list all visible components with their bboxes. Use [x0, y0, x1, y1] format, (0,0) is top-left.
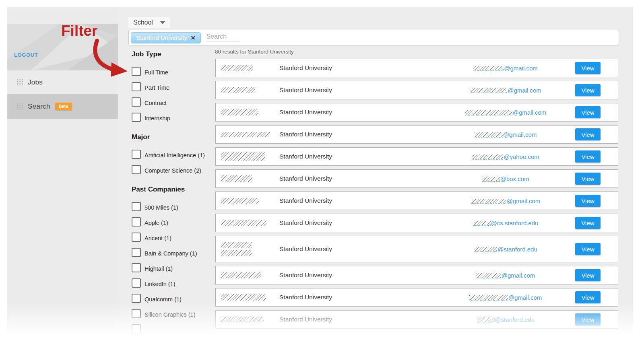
result-email-link[interactable]: @stanford.edu [433, 236, 578, 262]
redacted-email [473, 66, 504, 71]
redacted-name [221, 288, 266, 306]
redacted-name-hatch [221, 87, 255, 93]
result-row[interactable]: Stanford University @gmail.com View [215, 59, 618, 77]
filter-chip-label: Stanford University [136, 34, 187, 41]
filter-chip-stanford-university: Stanford University ✕ [131, 32, 201, 43]
result-row[interactable]: Stanford University @cs.stanford.edu Vie… [215, 214, 618, 232]
view-button[interactable]: View [575, 84, 601, 96]
result-email-link[interactable]: d@stanford.edu [433, 311, 578, 328]
checkbox[interactable] [132, 165, 141, 174]
view-button[interactable]: View [575, 62, 601, 74]
result-school: Stanford University [279, 245, 332, 253]
checkbox[interactable] [132, 67, 141, 76]
checkbox[interactable] [132, 202, 141, 211]
result-school: Stanford University [279, 64, 332, 72]
view-button[interactable]: View [575, 217, 601, 229]
filter-option-label: Bain & Company (1) [144, 250, 197, 258]
email-domain-text: @gmail.com [502, 272, 535, 279]
result-row[interactable]: Stanford University @yahoo.com View [215, 147, 618, 166]
filter-section: Job Type Full Time Part Time Contract In… [132, 50, 218, 123]
view-button[interactable]: View [575, 269, 601, 281]
chip-remove-icon[interactable]: ✕ [187, 34, 199, 42]
result-email-link[interactable]: @gmail.com [433, 266, 578, 284]
filter-option-label: Hightail (1) [144, 266, 173, 274]
result-email-link[interactable]: @gmail.com [433, 126, 578, 143]
email-domain-text: @yahoo.com [504, 153, 539, 160]
redacted-name [221, 311, 264, 328]
filter-annotation-label: Filter [61, 23, 97, 39]
filter-option-label: Contract [144, 100, 167, 108]
view-button[interactable]: View [575, 106, 601, 118]
view-button[interactable]: View [575, 173, 601, 185]
view-button[interactable]: View [575, 313, 601, 325]
results-summary: 80 results for Stanford University [215, 49, 294, 55]
result-row[interactable]: Stanford University @gmail.com View [215, 288, 618, 307]
result-row[interactable]: Stanford University @gmail.com View [215, 125, 618, 144]
result-email-link[interactable]: @gmail.com [433, 59, 578, 77]
redacted-name [221, 148, 265, 165]
redacted-name [221, 103, 258, 121]
result-email-link[interactable]: @gmail.com [433, 192, 578, 210]
result-email-link[interactable]: @gmail.com [433, 103, 578, 121]
view-button[interactable]: View [575, 195, 601, 207]
result-email-link[interactable]: @gmail.com [433, 81, 578, 99]
result-school: Stanford University [279, 219, 332, 227]
checkbox[interactable] [132, 97, 141, 107]
filter-option: 500 Miles (1) [132, 197, 218, 212]
redacted-name [221, 236, 252, 262]
school-dropdown[interactable]: School [128, 17, 170, 28]
sidebar-item-jobs[interactable]: Jobs [7, 71, 118, 94]
result-email-link[interactable]: @cs.stanford.edu [433, 214, 578, 232]
filter-section: Past Companies 500 Miles (1) Apple (1) A… [132, 185, 218, 335]
checkbox[interactable] [132, 278, 141, 288]
checkbox[interactable] [132, 294, 141, 303]
checkbox[interactable] [132, 217, 141, 227]
checkbox[interactable] [132, 309, 141, 318]
checkbox[interactable] [132, 248, 141, 257]
view-button[interactable]: View [575, 128, 601, 140]
filter-option-label: Part Time [144, 84, 169, 93]
result-row[interactable]: Stanford University d@stanford.edu View [215, 310, 618, 329]
result-row[interactable]: Stanford University @gmail.com View [215, 266, 618, 284]
result-email-link[interactable]: @yahoo.com [433, 148, 578, 165]
view-button[interactable]: View [575, 243, 601, 255]
redacted-name [221, 266, 261, 284]
checkbox[interactable] [132, 113, 141, 122]
beta-badge: Beta [55, 103, 72, 110]
result-row[interactable]: Stanford University @gmail.com View [215, 192, 618, 210]
email-domain-text: @gmail.com [508, 294, 542, 301]
redacted-name-hatch [221, 272, 261, 278]
checkbox[interactable] [132, 324, 141, 334]
result-row[interactable]: Stanford University @gmail.com View [215, 81, 618, 99]
sidebar-item-search[interactable]: Search Beta [7, 94, 118, 119]
checkbox[interactable] [132, 150, 141, 159]
checkbox[interactable] [132, 263, 141, 272]
redacted-name-hatch [221, 250, 252, 256]
result-email-link[interactable]: @box.com [433, 170, 578, 187]
result-school: Stanford University [279, 272, 332, 279]
view-button[interactable]: View [575, 150, 601, 163]
redacted-name-hatch [221, 242, 252, 248]
search-input[interactable]: Stanford University ✕ Search [128, 30, 619, 45]
result-email-link[interactable]: @gmail.com [433, 288, 578, 306]
checkbox[interactable] [132, 82, 141, 91]
filter-option: Contract [132, 93, 218, 108]
result-school: Stanford University [279, 197, 332, 204]
result-school: Stanford University [279, 316, 332, 323]
redacted-email [477, 317, 491, 323]
result-row[interactable]: Stanford University @gmail.com View [215, 103, 618, 122]
email-domain-text: @cs.stanford.edu [491, 220, 539, 227]
result-school: Stanford University [279, 86, 332, 94]
result-school: Stanford University [279, 294, 332, 301]
filter-option-label: Silicon Graphics (1) [144, 311, 196, 319]
filter-option-label: Apple (1) [144, 220, 168, 228]
redacted-name [221, 170, 252, 187]
email-domain-text: @stanford.edu [497, 246, 537, 253]
result-row[interactable]: Stanford University @stanford.edu View [215, 236, 618, 262]
checkbox[interactable] [132, 233, 141, 242]
view-button[interactable]: View [575, 291, 601, 303]
result-row[interactable]: Stanford University @box.com View [215, 169, 618, 188]
email-domain-text: @gmail.com [508, 87, 541, 94]
logout-link[interactable]: LOGOUT [14, 52, 38, 58]
filter-option: Computer Science (2) [132, 160, 218, 175]
